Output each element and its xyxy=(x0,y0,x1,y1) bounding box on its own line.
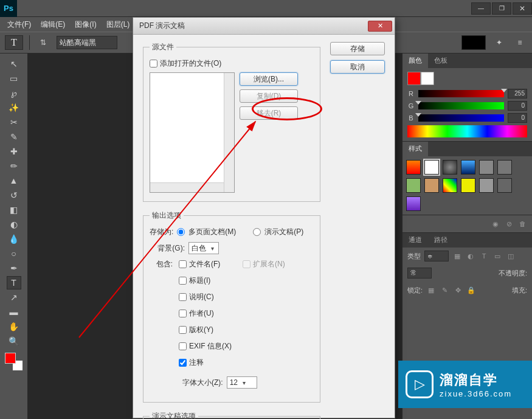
orientation-toggle-icon[interactable]: ⇅ xyxy=(36,35,50,50)
inc-copy-checkbox[interactable] xyxy=(179,326,187,334)
style-swatch[interactable] xyxy=(406,178,421,193)
inc-note-checkbox[interactable] xyxy=(179,359,187,367)
style-swatch[interactable] xyxy=(479,160,494,175)
style-swatch[interactable] xyxy=(461,178,475,193)
shape-tool-icon[interactable]: ▬ xyxy=(7,305,21,319)
style-swatch[interactable] xyxy=(424,160,439,175)
color-spectrum[interactable] xyxy=(407,125,527,137)
menu-image[interactable]: 图像(I) xyxy=(70,19,101,30)
warp-text-icon[interactable]: ✦ xyxy=(492,35,506,50)
move-tool-icon[interactable]: ↖ xyxy=(7,57,21,71)
brush-tool-icon[interactable]: ✏ xyxy=(7,159,21,173)
lock-pos-icon[interactable]: ✥ xyxy=(453,285,463,295)
filter-type-icon[interactable]: T xyxy=(479,251,489,261)
remove-button[interactable]: 移去(R) xyxy=(240,106,298,120)
style-swatch[interactable] xyxy=(479,178,494,193)
filter-adj-icon[interactable]: ◐ xyxy=(466,251,475,261)
eraser-tool-icon[interactable]: ◧ xyxy=(7,203,21,216)
fg-bg-colors[interactable] xyxy=(5,353,23,371)
menu-file[interactable]: 文件(F) xyxy=(2,19,36,30)
paragraph-panel-icon[interactable]: ≡ xyxy=(513,35,527,50)
multipage-radio[interactable] xyxy=(177,228,185,236)
browse-button[interactable]: 浏览(B)... xyxy=(240,72,298,86)
add-open-checkbox[interactable] xyxy=(150,60,157,68)
filter-image-icon[interactable]: ▦ xyxy=(452,251,462,261)
path-select-tool-icon[interactable]: ↗ xyxy=(7,291,21,304)
tab-swatches[interactable]: 色板 xyxy=(428,54,454,68)
tab-styles[interactable]: 样式 xyxy=(402,142,428,156)
font-size-select[interactable]: 12 xyxy=(227,376,257,389)
style-swatch[interactable] xyxy=(461,160,475,175)
b-value[interactable]: 0 xyxy=(508,113,527,123)
ps-logo: Ps xyxy=(0,0,17,17)
close-window-button[interactable]: ✕ xyxy=(513,2,532,15)
source-files-listbox[interactable] xyxy=(150,72,235,193)
blend-mode-select[interactable]: 常 xyxy=(407,268,432,279)
b-slider[interactable] xyxy=(418,114,504,122)
eye-icon[interactable]: ◉ xyxy=(491,219,500,229)
filter-smart-icon[interactable]: ◫ xyxy=(506,251,516,261)
tool-indicator[interactable]: T xyxy=(5,35,23,50)
tab-paths[interactable]: 路径 xyxy=(428,233,454,248)
hand-tool-icon[interactable]: ✋ xyxy=(7,320,21,333)
marquee-tool-icon[interactable]: ▭ xyxy=(7,72,21,85)
lock-trans-icon[interactable]: ▦ xyxy=(426,285,436,295)
gradient-tool-icon[interactable]: ◐ xyxy=(7,218,21,231)
lasso-tool-icon[interactable]: ℘ xyxy=(7,86,21,100)
menu-layer[interactable]: 图层(L) xyxy=(102,19,135,30)
inc-desc-checkbox[interactable] xyxy=(179,293,187,301)
eyedropper-tool-icon[interactable]: ✎ xyxy=(7,130,21,144)
cancel-button[interactable]: 取消 xyxy=(330,60,385,74)
duplicate-button[interactable]: 复制(D) xyxy=(240,89,298,103)
g-slider[interactable] xyxy=(418,102,504,109)
color-panel-tabs: 颜色 色板 xyxy=(402,54,532,68)
blur-tool-icon[interactable]: 💧 xyxy=(7,232,21,246)
magic-wand-tool-icon[interactable]: ✨ xyxy=(7,101,21,114)
style-swatch[interactable] xyxy=(443,178,457,193)
dialog-close-button[interactable]: ✕ xyxy=(368,21,392,32)
maximize-button[interactable]: ❐ xyxy=(492,2,511,15)
bg-sample[interactable] xyxy=(421,72,434,85)
healing-brush-tool-icon[interactable]: ✚ xyxy=(7,145,21,158)
pen-tool-icon[interactable]: ✒ xyxy=(7,261,21,275)
save-button[interactable]: 存储 xyxy=(330,42,385,55)
styles-panel-tabs: 样式 xyxy=(402,142,532,156)
minimize-button[interactable]: — xyxy=(471,2,491,15)
bg-select[interactable]: 白色 xyxy=(188,242,219,254)
inc-filename-checkbox[interactable] xyxy=(179,260,187,268)
trash-icon[interactable]: 🗑 xyxy=(517,219,527,229)
style-swatch[interactable] xyxy=(497,160,512,175)
filter-shape-icon[interactable]: ▭ xyxy=(492,251,502,261)
type-tool-icon[interactable]: T xyxy=(7,276,21,289)
style-swatch[interactable] xyxy=(406,196,421,211)
style-swatch[interactable] xyxy=(406,160,421,175)
font-family-select[interactable]: 站酷高端黑 xyxy=(57,36,117,49)
r-value[interactable]: 255 xyxy=(508,89,527,99)
inc-exif-checkbox[interactable] xyxy=(179,342,187,350)
text-color-swatch[interactable] xyxy=(461,35,486,50)
r-slider[interactable] xyxy=(418,90,504,97)
lock-all-icon[interactable]: 🔒 xyxy=(466,285,476,295)
lock-paint-icon[interactable]: ✎ xyxy=(440,285,449,295)
inc-author-checkbox[interactable] xyxy=(179,310,187,317)
inc-title-checkbox[interactable] xyxy=(179,277,187,285)
style-swatch[interactable] xyxy=(443,160,457,175)
watermark-url: zixue.3d66.com xyxy=(440,389,512,398)
history-brush-tool-icon[interactable]: ↺ xyxy=(7,189,21,202)
kind-select[interactable]: ≑ xyxy=(424,251,449,261)
g-value[interactable]: 0 xyxy=(508,101,527,111)
crop-tool-icon[interactable]: ✂ xyxy=(7,116,21,129)
presentation-radio[interactable] xyxy=(253,228,261,236)
tab-channels[interactable]: 通道 xyxy=(402,233,428,248)
menu-edit[interactable]: 编辑(E) xyxy=(36,19,70,30)
fg-sample[interactable] xyxy=(407,72,421,85)
link-icon[interactable]: ⊘ xyxy=(504,219,514,229)
clone-stamp-tool-icon[interactable]: ▲ xyxy=(7,174,21,187)
dialog-titlebar[interactable]: PDF 演示文稿 ✕ xyxy=(133,18,395,35)
fg-color-swatch[interactable] xyxy=(5,353,16,364)
style-swatch[interactable] xyxy=(424,178,439,193)
dodge-tool-icon[interactable]: ○ xyxy=(7,247,21,260)
tab-color[interactable]: 颜色 xyxy=(402,54,428,68)
style-swatch[interactable] xyxy=(497,178,512,193)
zoom-tool-icon[interactable]: 🔍 xyxy=(7,334,21,348)
